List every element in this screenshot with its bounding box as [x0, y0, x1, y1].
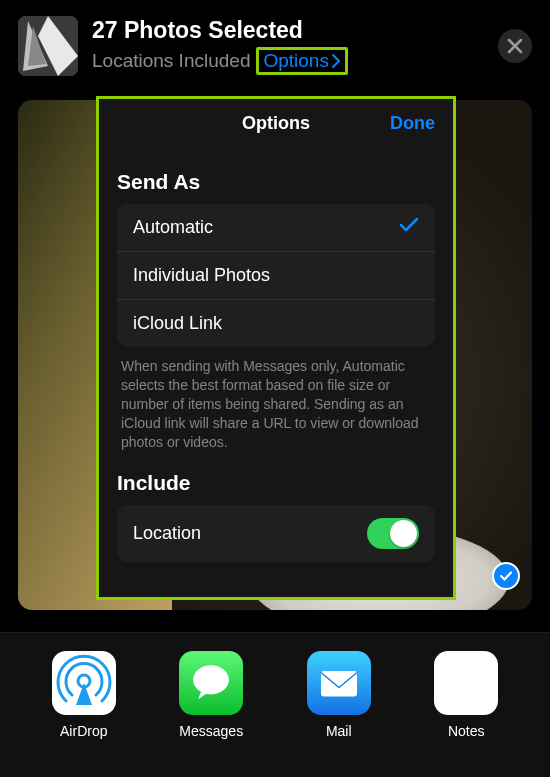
option-label: Individual Photos [133, 265, 270, 286]
svg-point-2 [193, 665, 229, 694]
close-icon [507, 38, 523, 54]
mail-icon [307, 651, 371, 715]
checkmark-icon [399, 217, 419, 238]
share-app-mail[interactable]: Mail [296, 651, 382, 739]
selection-thumbnail [18, 16, 78, 76]
send-as-option-icloud[interactable]: iCloud Link [117, 300, 435, 347]
messages-icon [179, 651, 243, 715]
send-as-option-automatic[interactable]: Automatic [117, 204, 435, 252]
share-label: Notes [448, 723, 485, 739]
share-label: Messages [179, 723, 243, 739]
airdrop-icon [52, 651, 116, 715]
close-button[interactable] [498, 29, 532, 63]
option-label: iCloud Link [133, 313, 222, 334]
options-panel-title: Options [242, 113, 310, 133]
share-label: Mail [326, 723, 352, 739]
share-label: AirDrop [60, 723, 107, 739]
locations-subtitle: Locations Included [92, 50, 250, 72]
options-link[interactable]: Options [256, 47, 347, 75]
include-location-row: Location [117, 505, 435, 562]
send-as-footer: When sending with Messages only, Automat… [117, 347, 435, 451]
checkmark-icon [499, 569, 513, 583]
header-text: 27 Photos Selected Locations Included Op… [92, 17, 484, 75]
options-panel: Options Done Send As Automatic Individua… [99, 99, 453, 597]
done-button[interactable]: Done [390, 113, 435, 134]
send-as-list: Automatic Individual Photos iCloud Link [117, 204, 435, 347]
options-panel-header: Options Done [117, 99, 435, 150]
options-panel-highlight: Options Done Send As Automatic Individua… [96, 96, 456, 600]
share-sheet-header: 27 Photos Selected Locations Included Op… [0, 0, 550, 86]
toggle-knob [390, 520, 417, 547]
include-list: Location [117, 505, 435, 562]
option-label: Automatic [133, 217, 213, 238]
include-label: Location [133, 523, 201, 544]
selected-checkmark-badge [492, 562, 520, 590]
options-link-label: Options [263, 50, 328, 72]
selection-title: 27 Photos Selected [92, 17, 484, 45]
share-app-airdrop[interactable]: AirDrop [41, 651, 127, 739]
include-header: Include [117, 471, 435, 495]
share-app-messages[interactable]: Messages [168, 651, 254, 739]
notes-icon [434, 651, 498, 715]
location-toggle[interactable] [367, 518, 419, 549]
svg-rect-3 [321, 671, 357, 697]
share-apps-row: AirDrop Messages Mail Notes [0, 632, 550, 777]
send-as-option-individual[interactable]: Individual Photos [117, 252, 435, 300]
send-as-header: Send As [117, 170, 435, 194]
share-app-notes[interactable]: Notes [423, 651, 509, 739]
chevron-right-icon [331, 54, 341, 68]
subtitle-row: Locations Included Options [92, 47, 484, 75]
